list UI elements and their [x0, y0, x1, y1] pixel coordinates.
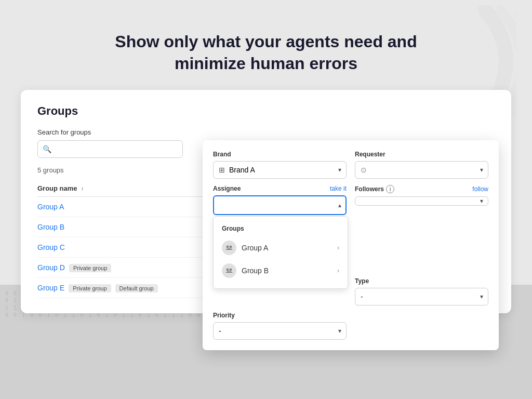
requester-icon: ⊙	[361, 166, 367, 174]
ticket-form-overlay: Brand ⊞ Brand A ▾ Requester ⊙ ▾ As	[203, 140, 499, 350]
assignee-select[interactable]	[213, 195, 347, 215]
priority-field: Priority - ▾	[213, 312, 347, 340]
followers-label: Followers i follow	[355, 185, 488, 193]
sort-icon: ↑	[81, 186, 84, 192]
search-input[interactable]	[37, 140, 183, 158]
svg-point-2	[227, 269, 229, 271]
priority-select-wrapper: - ▾	[213, 322, 347, 340]
group-link[interactable]: Group A	[37, 203, 64, 211]
brand-icon: ⊞	[219, 166, 225, 174]
priority-label: Priority	[213, 312, 347, 319]
group-badge: Private group	[69, 284, 111, 292]
page-title: Show only what your agents need and mini…	[110, 31, 422, 74]
type-label: Type	[355, 277, 488, 285]
type-select[interactable]: -	[355, 288, 488, 305]
priority-row: Priority - ▾	[213, 312, 488, 340]
group-badge: Default group	[115, 284, 158, 292]
brand-requester-row: Brand ⊞ Brand A ▾ Requester ⊙ ▾	[213, 151, 488, 179]
take-it-link[interactable]: take it	[330, 185, 347, 192]
requester-label: Requester	[355, 151, 488, 158]
type-select-wrapper: - ▾	[355, 288, 488, 305]
svg-point-0	[227, 246, 229, 248]
brand-select[interactable]: ⊞ Brand A	[213, 161, 347, 179]
page-header: Show only what your agents need and mini…	[0, 0, 532, 90]
dropdown-item-group-a[interactable]: Group A ›	[214, 236, 348, 259]
type-field: Type - ▾	[355, 277, 488, 305]
brand-field: Brand ⊞ Brand A ▾	[213, 151, 347, 179]
requester-select-wrapper: ⊙ ▾	[355, 161, 488, 179]
brand-value: Brand A	[229, 166, 255, 174]
group-link[interactable]: Group D	[37, 263, 65, 272]
svg-point-1	[230, 246, 232, 248]
requester-field: Requester ⊙ ▾	[355, 151, 488, 179]
group-badge: Private group	[69, 264, 111, 272]
group-a-name: Group A	[242, 244, 332, 252]
assignee-label: Assignee take it	[213, 185, 347, 192]
search-input-wrapper: 🔍	[37, 140, 183, 158]
group-link[interactable]: Group C	[37, 243, 65, 251]
requester-select[interactable]: ⊙	[355, 161, 488, 179]
dropdown-item-group-b[interactable]: Group B ›	[214, 259, 348, 282]
assignee-field: Assignee take it ▴ Groups Group A ›	[213, 185, 347, 215]
follow-link[interactable]: follow	[472, 185, 488, 193]
search-icon: 🔍	[43, 145, 51, 153]
search-label: Search for groups	[37, 128, 495, 136]
priority-select[interactable]: -	[213, 322, 347, 340]
group-link[interactable]: Group B	[37, 223, 64, 231]
followers-select[interactable]	[355, 196, 488, 206]
assignee-followers-row: Assignee take it ▴ Groups Group A ›	[213, 185, 488, 215]
followers-select-wrapper: ▾	[355, 196, 488, 206]
brand-select-wrapper: ⊞ Brand A ▾	[213, 161, 347, 179]
assignee-dropdown: Groups Group A › Group B ›	[213, 216, 348, 289]
group-a-icon	[222, 241, 236, 255]
group-a-chevron-icon: ›	[337, 244, 339, 251]
group-b-name: Group B	[242, 267, 332, 275]
svg-point-3	[230, 269, 232, 271]
group-link[interactable]: Group E	[37, 284, 64, 292]
assignee-select-wrapper: ▴	[213, 195, 347, 215]
priority-spacer	[355, 312, 488, 340]
dropdown-section-groups: Groups	[214, 223, 348, 236]
brand-label: Brand	[213, 151, 347, 158]
followers-field: Followers i follow ▾	[355, 185, 488, 215]
group-b-icon	[222, 263, 236, 278]
followers-info-icon[interactable]: i	[386, 185, 394, 193]
group-b-chevron-icon: ›	[337, 267, 339, 274]
groups-card-title: Groups	[37, 104, 495, 118]
